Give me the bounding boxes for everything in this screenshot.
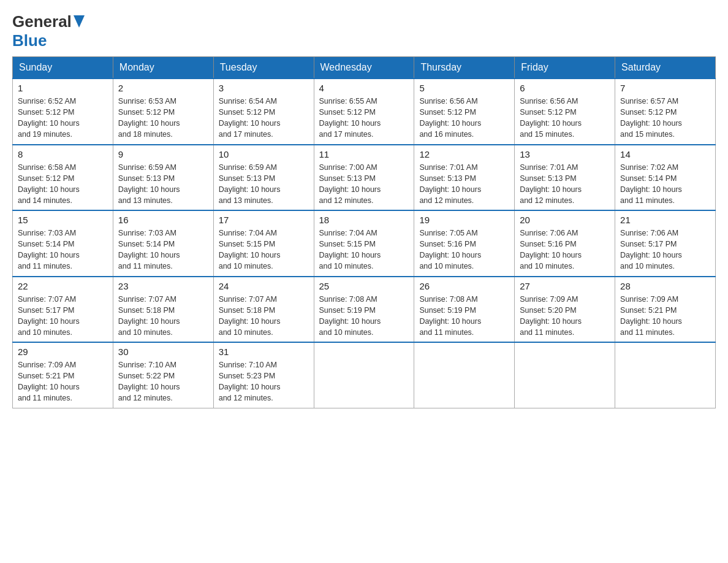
logo-arrow-icon — [74, 15, 85, 30]
calendar-table: Sunday Monday Tuesday Wednesday Thursday… — [12, 56, 716, 408]
day-number: 5 — [419, 83, 509, 93]
day-number: 15 — [18, 215, 108, 225]
day-number: 7 — [620, 83, 710, 93]
day-number: 28 — [620, 281, 710, 291]
day-number: 18 — [319, 215, 409, 225]
day-number: 3 — [219, 83, 309, 93]
calendar-day-cell: 14Sunrise: 7:02 AMSunset: 5:14 PMDayligh… — [615, 145, 716, 211]
day-info: Sunrise: 6:55 AMSunset: 5:12 PMDaylight:… — [319, 96, 409, 140]
calendar-day-cell: 27Sunrise: 7:09 AMSunset: 5:20 PMDayligh… — [515, 277, 615, 343]
calendar-day-cell: 7Sunrise: 6:57 AMSunset: 5:12 PMDaylight… — [615, 79, 716, 145]
day-info: Sunrise: 7:08 AMSunset: 5:19 PMDaylight:… — [419, 294, 509, 339]
calendar-day-cell: 30Sunrise: 7:10 AMSunset: 5:22 PMDayligh… — [113, 342, 213, 408]
svg-marker-0 — [74, 15, 85, 28]
calendar-day-cell: 26Sunrise: 7:08 AMSunset: 5:19 PMDayligh… — [414, 277, 515, 343]
calendar-week-row: 15Sunrise: 7:03 AMSunset: 5:14 PMDayligh… — [13, 210, 716, 277]
day-number: 16 — [118, 215, 208, 225]
calendar-day-cell — [615, 342, 716, 408]
col-wednesday: Wednesday — [314, 57, 414, 79]
day-number: 14 — [620, 149, 710, 159]
day-info: Sunrise: 7:10 AMSunset: 5:22 PMDaylight:… — [118, 359, 208, 404]
day-number: 12 — [419, 149, 509, 159]
calendar-week-row: 22Sunrise: 7:07 AMSunset: 5:17 PMDayligh… — [13, 277, 716, 343]
day-number: 10 — [219, 149, 309, 159]
calendar-day-cell: 24Sunrise: 7:07 AMSunset: 5:18 PMDayligh… — [213, 277, 314, 343]
day-number: 11 — [319, 149, 409, 159]
day-number: 6 — [520, 83, 610, 93]
day-number: 25 — [319, 281, 409, 291]
day-info: Sunrise: 7:03 AMSunset: 5:14 PMDaylight:… — [18, 228, 108, 272]
calendar-day-cell: 4Sunrise: 6:55 AMSunset: 5:12 PMDaylight… — [314, 79, 414, 145]
day-info: Sunrise: 7:00 AMSunset: 5:13 PMDaylight:… — [319, 162, 409, 207]
calendar-day-cell: 20Sunrise: 7:06 AMSunset: 5:16 PMDayligh… — [515, 210, 615, 277]
day-number: 21 — [620, 215, 710, 225]
calendar-day-cell: 23Sunrise: 7:07 AMSunset: 5:18 PMDayligh… — [113, 277, 213, 343]
day-number: 20 — [520, 215, 610, 225]
calendar-day-cell: 8Sunrise: 6:58 AMSunset: 5:12 PMDaylight… — [13, 145, 113, 211]
calendar-day-cell: 15Sunrise: 7:03 AMSunset: 5:14 PMDayligh… — [13, 210, 113, 277]
logo: General Blue — [12, 12, 85, 50]
day-info: Sunrise: 6:59 AMSunset: 5:13 PMDaylight:… — [118, 162, 208, 207]
col-thursday: Thursday — [414, 57, 515, 79]
calendar-day-cell: 21Sunrise: 7:06 AMSunset: 5:17 PMDayligh… — [615, 210, 716, 277]
calendar-day-cell: 11Sunrise: 7:00 AMSunset: 5:13 PMDayligh… — [314, 145, 414, 211]
day-info: Sunrise: 7:01 AMSunset: 5:13 PMDaylight:… — [520, 162, 610, 207]
calendar-day-cell: 29Sunrise: 7:09 AMSunset: 5:21 PMDayligh… — [13, 342, 113, 408]
calendar-week-row: 29Sunrise: 7:09 AMSunset: 5:21 PMDayligh… — [13, 342, 716, 408]
day-info: Sunrise: 7:05 AMSunset: 5:16 PMDaylight:… — [419, 228, 509, 272]
day-info: Sunrise: 7:02 AMSunset: 5:14 PMDaylight:… — [620, 162, 710, 207]
calendar-day-cell: 9Sunrise: 6:59 AMSunset: 5:13 PMDaylight… — [113, 145, 213, 211]
calendar-day-cell: 17Sunrise: 7:04 AMSunset: 5:15 PMDayligh… — [213, 210, 314, 277]
calendar-week-row: 1Sunrise: 6:52 AMSunset: 5:12 PMDaylight… — [13, 79, 716, 145]
day-info: Sunrise: 7:07 AMSunset: 5:18 PMDaylight:… — [219, 294, 309, 339]
day-number: 23 — [118, 281, 208, 291]
day-number: 31 — [219, 347, 309, 357]
calendar-day-cell: 5Sunrise: 6:56 AMSunset: 5:12 PMDaylight… — [414, 79, 515, 145]
calendar-header-row: Sunday Monday Tuesday Wednesday Thursday… — [13, 57, 716, 79]
col-monday: Monday — [113, 57, 213, 79]
calendar-day-cell: 19Sunrise: 7:05 AMSunset: 5:16 PMDayligh… — [414, 210, 515, 277]
day-info: Sunrise: 6:52 AMSunset: 5:12 PMDaylight:… — [18, 96, 108, 140]
day-info: Sunrise: 7:09 AMSunset: 5:20 PMDaylight:… — [520, 294, 610, 339]
day-info: Sunrise: 6:56 AMSunset: 5:12 PMDaylight:… — [419, 96, 509, 140]
calendar-day-cell: 1Sunrise: 6:52 AMSunset: 5:12 PMDaylight… — [13, 79, 113, 145]
calendar-day-cell: 25Sunrise: 7:08 AMSunset: 5:19 PMDayligh… — [314, 277, 414, 343]
logo-blue: Blue — [12, 31, 47, 50]
day-number: 24 — [219, 281, 309, 291]
day-info: Sunrise: 6:53 AMSunset: 5:12 PMDaylight:… — [118, 96, 208, 140]
day-number: 27 — [520, 281, 610, 291]
day-number: 17 — [219, 215, 309, 225]
day-info: Sunrise: 7:06 AMSunset: 5:16 PMDaylight:… — [520, 228, 610, 272]
calendar-day-cell: 12Sunrise: 7:01 AMSunset: 5:13 PMDayligh… — [414, 145, 515, 211]
day-number: 2 — [118, 83, 208, 93]
calendar-day-cell: 31Sunrise: 7:10 AMSunset: 5:23 PMDayligh… — [213, 342, 314, 408]
day-info: Sunrise: 7:07 AMSunset: 5:17 PMDaylight:… — [18, 294, 108, 339]
day-number: 1 — [18, 83, 108, 93]
day-number: 30 — [118, 347, 208, 357]
day-number: 29 — [18, 347, 108, 357]
day-number: 4 — [319, 83, 409, 93]
day-number: 26 — [419, 281, 509, 291]
day-info: Sunrise: 6:56 AMSunset: 5:12 PMDaylight:… — [520, 96, 610, 140]
day-info: Sunrise: 7:04 AMSunset: 5:15 PMDaylight:… — [219, 228, 309, 272]
day-number: 8 — [18, 149, 108, 159]
day-number: 9 — [118, 149, 208, 159]
day-info: Sunrise: 7:06 AMSunset: 5:17 PMDaylight:… — [620, 228, 710, 272]
col-friday: Friday — [515, 57, 615, 79]
col-saturday: Saturday — [615, 57, 716, 79]
day-info: Sunrise: 7:01 AMSunset: 5:13 PMDaylight:… — [419, 162, 509, 207]
calendar-day-cell — [414, 342, 515, 408]
page-header: General Blue — [12, 12, 716, 50]
day-info: Sunrise: 7:09 AMSunset: 5:21 PMDaylight:… — [18, 359, 108, 404]
day-info: Sunrise: 7:03 AMSunset: 5:14 PMDaylight:… — [118, 228, 208, 272]
calendar-day-cell: 16Sunrise: 7:03 AMSunset: 5:14 PMDayligh… — [113, 210, 213, 277]
calendar-week-row: 8Sunrise: 6:58 AMSunset: 5:12 PMDaylight… — [13, 145, 716, 211]
col-tuesday: Tuesday — [213, 57, 314, 79]
day-info: Sunrise: 6:54 AMSunset: 5:12 PMDaylight:… — [219, 96, 309, 140]
calendar-day-cell — [314, 342, 414, 408]
logo-general: General — [12, 12, 72, 31]
day-info: Sunrise: 7:07 AMSunset: 5:18 PMDaylight:… — [118, 294, 208, 339]
calendar-day-cell: 3Sunrise: 6:54 AMSunset: 5:12 PMDaylight… — [213, 79, 314, 145]
day-info: Sunrise: 7:10 AMSunset: 5:23 PMDaylight:… — [219, 359, 309, 404]
day-info: Sunrise: 6:57 AMSunset: 5:12 PMDaylight:… — [620, 96, 710, 140]
